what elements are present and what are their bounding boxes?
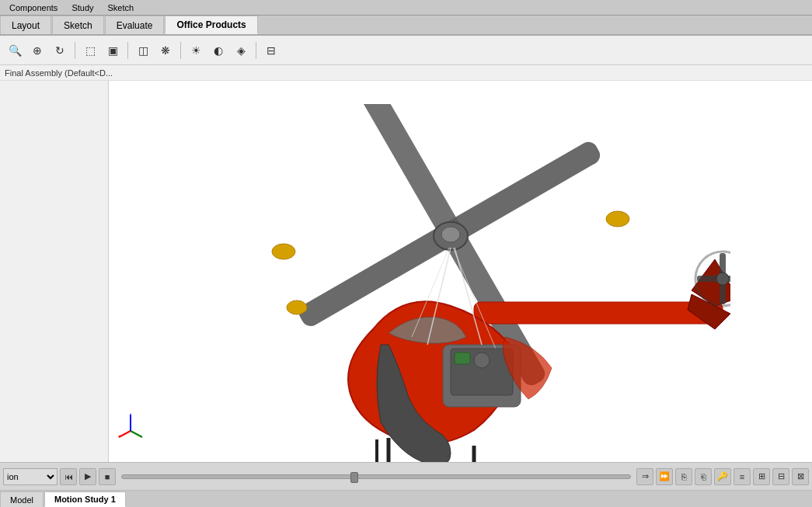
motion-type-dropdown[interactable]: ion Animation Basic Motion xyxy=(3,468,58,485)
key-button[interactable]: 🔑 xyxy=(714,468,731,485)
sketch-menu[interactable]: Sketch xyxy=(102,2,141,14)
svg-point-3 xyxy=(441,227,460,242)
paste-button[interactable]: ⎗ xyxy=(695,468,712,485)
scene-button[interactable]: ◐ xyxy=(208,40,228,61)
rotate-button[interactable]: ↻ xyxy=(50,40,70,61)
toolbar: 🔍 ⊕ ↻ ⬚ ▣ ◫ ❋ ☀ ◐ ◈ ⊟ xyxy=(0,36,812,65)
svg-rect-23 xyxy=(455,352,470,364)
list-button[interactable]: ≡ xyxy=(734,468,751,485)
fast-forward-button[interactable]: ⏩ xyxy=(656,468,673,485)
tab-evaluate[interactable]: Evaluate xyxy=(105,16,165,34)
svg-line-25 xyxy=(119,431,131,437)
play-button[interactable]: ▶ xyxy=(79,468,96,485)
copy-button[interactable]: ⎘ xyxy=(675,468,692,485)
ribbon-tabs: Layout Sketch Evaluate Office Products xyxy=(0,16,812,36)
filter-button[interactable]: ⊞ xyxy=(753,468,770,485)
svg-marker-30 xyxy=(130,413,131,415)
table-button[interactable]: ⊠ xyxy=(792,468,809,485)
assembly-label: Final Assembly (Default<D... xyxy=(0,65,812,81)
tab-layout[interactable]: Layout xyxy=(0,16,51,34)
svg-point-9 xyxy=(716,273,729,285)
helicopter-view xyxy=(148,104,730,462)
stop-button[interactable]: ■ xyxy=(99,468,116,485)
assembly-name: Final Assembly (Default<D... xyxy=(5,68,113,78)
left-panel xyxy=(0,81,109,462)
components-menu[interactable]: Components xyxy=(3,2,64,14)
arrow-right-button[interactable]: ⇒ xyxy=(636,468,653,485)
main-content xyxy=(0,81,812,462)
dynamic-annotation-button[interactable]: ❋ xyxy=(155,40,176,61)
tab-model[interactable]: Model xyxy=(0,491,44,507)
zoom-button[interactable]: 🔍 xyxy=(5,40,25,61)
toolbar-separator-2 xyxy=(127,42,128,59)
hide-button[interactable]: ⊟ xyxy=(261,40,281,61)
svg-point-21 xyxy=(287,300,307,314)
section-view-button[interactable]: ◫ xyxy=(133,40,153,61)
display-style-button[interactable]: ▣ xyxy=(103,40,123,61)
tabs-bar: Model Motion Study 1 xyxy=(0,490,812,507)
top-bar: Components Study Sketch xyxy=(0,0,812,16)
zoom-fit-button[interactable]: ⊕ xyxy=(27,40,47,61)
bottom-timeline: ion Animation Basic Motion ⏮ ▶ ■ ⇒ ⏩ ⎘ ⎗… xyxy=(0,462,812,490)
svg-line-26 xyxy=(131,431,142,437)
svg-point-20 xyxy=(606,211,629,227)
tab-office-products[interactable]: Office Products xyxy=(165,16,257,34)
rewind-button[interactable]: ⏮ xyxy=(60,468,77,485)
appearance-button[interactable]: ◈ xyxy=(231,40,251,61)
svg-point-19 xyxy=(272,244,295,259)
study-menu[interactable]: Study xyxy=(65,2,99,14)
toolbar-separator-4 xyxy=(256,42,256,59)
view-orientation-button[interactable]: ⬚ xyxy=(80,40,100,61)
tab-sketch[interactable]: Sketch xyxy=(52,16,104,34)
svg-rect-4 xyxy=(474,302,723,324)
lighting-button[interactable]: ☀ xyxy=(186,40,206,61)
svg-point-24 xyxy=(474,352,490,368)
triad-indicator xyxy=(115,408,146,439)
toolbar-separator-1 xyxy=(75,42,75,59)
timeline-slider[interactable] xyxy=(121,474,631,479)
chart-button[interactable]: ⊟ xyxy=(772,468,789,485)
timeline-knob[interactable] xyxy=(350,472,358,483)
toolbar-separator-3 xyxy=(180,42,181,59)
tab-motion-study[interactable]: Motion Study 1 xyxy=(44,491,126,507)
viewport[interactable] xyxy=(109,81,812,462)
